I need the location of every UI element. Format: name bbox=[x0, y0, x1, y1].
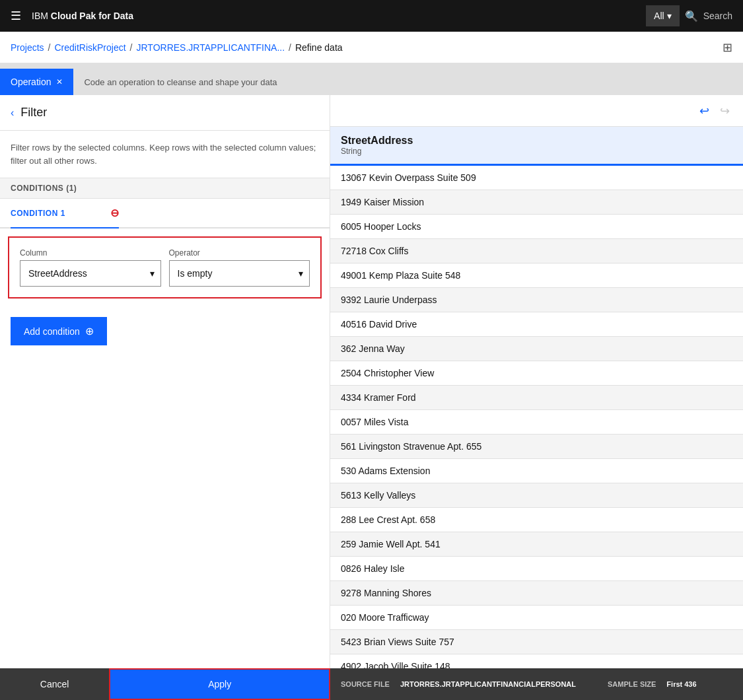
breadcrumb: Projects / CreditRiskProject / JRTORRES.… bbox=[0, 32, 743, 63]
condition-form: Column StreetAddress City State ZipCode … bbox=[8, 236, 322, 298]
operator-select-wrapper: Is empty Is not empty Equals Contains St… bbox=[169, 260, 310, 287]
operator-label: Operator bbox=[169, 248, 310, 258]
column-field: Column StreetAddress City State ZipCode … bbox=[20, 248, 161, 287]
status-bar: SOURCE FILE JRTORRES.JRTAPPLICANTFINANCI… bbox=[330, 668, 743, 700]
chevron-down-icon: ▾ bbox=[667, 11, 672, 21]
conditions-label: CONDITIONS (1) bbox=[0, 178, 330, 199]
main-layout: ‹ Filter Filter rows by the selected col… bbox=[0, 95, 743, 700]
undo-button[interactable]: ↩ bbox=[697, 101, 712, 121]
list-item: 362 Jenna Way bbox=[330, 337, 743, 361]
column-header: StreetAddress String bbox=[330, 127, 743, 166]
condition-tab-bar: CONDITION 1 ⊖ bbox=[0, 199, 330, 228]
apply-button[interactable]: Apply bbox=[109, 668, 330, 700]
list-item: 72718 Cox Cliffs bbox=[330, 239, 743, 263]
search-area: All ▾ 🔍 Search bbox=[646, 5, 732, 26]
column-select[interactable]: StreetAddress City State ZipCode bbox=[20, 260, 161, 287]
breadcrumb-dataset[interactable]: JRTORRES.JRTAPPLICANTFINA... bbox=[137, 42, 285, 53]
add-condition-label: Add condition bbox=[24, 326, 80, 337]
scope-dropdown[interactable]: All ▾ bbox=[646, 5, 680, 26]
list-item: 0057 Miles Vista bbox=[330, 410, 743, 435]
column-name: StreetAddress bbox=[341, 135, 732, 147]
left-panel: ‹ Filter Filter rows by the selected col… bbox=[0, 95, 330, 700]
list-item: 9278 Manning Shores bbox=[330, 581, 743, 606]
search-icon: 🔍 bbox=[685, 10, 698, 22]
list-item: 288 Lee Crest Apt. 658 bbox=[330, 508, 743, 532]
source-file-value: JRTORRES.JRTAPPLICANTFINANCIALPERSONAL bbox=[400, 680, 576, 688]
bottom-bar: Cancel Apply bbox=[0, 668, 330, 700]
list-item: 13067 Kevin Overpass Suite 509 bbox=[330, 166, 743, 190]
operator-select[interactable]: Is empty Is not empty Equals Contains St… bbox=[169, 260, 310, 287]
remove-condition-button[interactable]: ⊖ bbox=[110, 207, 120, 219]
tab-bar: Operation ✕ Code an operation to cleanse… bbox=[0, 63, 743, 95]
app-title: IBM Cloud Pak for Data bbox=[32, 11, 133, 21]
search-bar[interactable]: 🔍 Search bbox=[685, 10, 732, 22]
list-item: 561 Livingston Stravenue Apt. 655 bbox=[330, 435, 743, 459]
top-navigation: ☰ IBM Cloud Pak for Data All ▾ 🔍 Search bbox=[0, 0, 743, 32]
grid-icon[interactable]: ⊞ bbox=[723, 40, 732, 55]
column-label: Column bbox=[20, 248, 161, 258]
add-condition-button[interactable]: Add condition ⊕ bbox=[11, 317, 107, 345]
breadcrumb-project-name[interactable]: CreditRiskProject bbox=[54, 42, 125, 53]
tab-operation[interactable]: Operation ✕ bbox=[0, 69, 73, 95]
tab-close-button[interactable]: ✕ bbox=[56, 77, 63, 87]
source-file-label: SOURCE FILE bbox=[341, 680, 390, 688]
cancel-button[interactable]: Cancel bbox=[0, 668, 109, 700]
list-item: 6005 Hooper Locks bbox=[330, 215, 743, 239]
breadcrumb-projects[interactable]: Projects bbox=[11, 42, 44, 53]
menu-icon[interactable]: ☰ bbox=[11, 9, 21, 23]
list-item: 259 Jamie Well Apt. 541 bbox=[330, 532, 743, 557]
list-item: 530 Adams Extension bbox=[330, 459, 743, 483]
filter-description: Filter rows by the selected columns. Kee… bbox=[0, 131, 330, 178]
list-item: 9392 Laurie Underpass bbox=[330, 288, 743, 312]
sample-size-label: SAMPLE SIZE bbox=[608, 680, 656, 688]
sample-size-value: First 436 bbox=[666, 680, 696, 688]
redo-button[interactable]: ↪ bbox=[717, 101, 732, 121]
breadcrumb-current: Refine data bbox=[295, 42, 343, 53]
tab-description: Code an operation to cleanse and shape y… bbox=[73, 69, 743, 95]
data-list: 13067 Kevin Overpass Suite 5091949 Kaise… bbox=[330, 166, 743, 700]
back-button[interactable]: ‹ bbox=[11, 107, 14, 119]
list-item: 4334 Kramer Ford bbox=[330, 386, 743, 410]
operator-field: Operator Is empty Is not empty Equals Co… bbox=[169, 248, 310, 287]
list-item: 5423 Brian Views Suite 757 bbox=[330, 630, 743, 654]
filter-header: ‹ Filter bbox=[0, 95, 330, 131]
add-icon: ⊕ bbox=[85, 325, 94, 337]
list-item: 0826 Haley Isle bbox=[330, 557, 743, 581]
right-panel: ↩ ↪ StreetAddress String 13067 Kevin Ove… bbox=[330, 95, 743, 700]
condition-tab-1[interactable]: CONDITION 1 ⊖ bbox=[11, 199, 119, 228]
list-item: 020 Moore Trafficway bbox=[330, 606, 743, 630]
tab-operation-label: Operation bbox=[11, 77, 51, 87]
list-item: 49001 Kemp Plaza Suite 548 bbox=[330, 263, 743, 288]
column-select-wrapper: StreetAddress City State ZipCode ▾ bbox=[20, 260, 161, 287]
list-item: 5613 Kelly Valleys bbox=[330, 483, 743, 508]
form-row: Column StreetAddress City State ZipCode … bbox=[20, 248, 310, 287]
right-toolbar: ↩ ↪ bbox=[330, 95, 743, 127]
list-item: 2504 Christopher View bbox=[330, 361, 743, 386]
list-item: 1949 Kaiser Mission bbox=[330, 190, 743, 215]
filter-title: Filter bbox=[20, 106, 47, 120]
condition-tab-label: CONDITION 1 bbox=[11, 209, 65, 218]
column-type: String bbox=[341, 147, 732, 156]
list-item: 40516 David Drive bbox=[330, 312, 743, 337]
